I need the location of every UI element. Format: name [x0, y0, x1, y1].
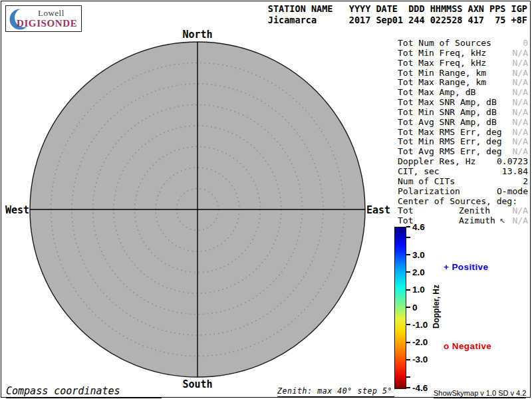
- colorbar-tick: [406, 387, 410, 388]
- colorbar-tick: [406, 359, 410, 360]
- info-value: N/A: [513, 118, 528, 128]
- info-label: Tot: [398, 206, 413, 216]
- info-row: Doppler Res, Hz0.0723: [398, 157, 528, 167]
- colorbar-tick-label: -2.0: [412, 337, 428, 347]
- info-value: N/A: [513, 68, 528, 78]
- info-value: N/A: [513, 137, 528, 147]
- colorbar-tick: [406, 376, 410, 378]
- mouse-cursor-icon: ↖: [499, 217, 505, 225]
- info-value: N/A: [513, 98, 528, 108]
- colorbar-tick-label: 1.0: [412, 285, 425, 295]
- compass-label-west: West: [4, 204, 29, 216]
- colorbar-tick-label: -4.6: [412, 383, 428, 393]
- info-row: Tot Max RMS Err, degN/A: [398, 128, 528, 138]
- info-value: O-mode: [497, 187, 528, 197]
- info-row: Num of CITs2: [398, 177, 528, 187]
- showskymap-window: Lowell DIGISONDE STATION NAME YYYY DATE …: [0, 0, 532, 399]
- compass-label-north: North: [182, 29, 212, 41]
- info-value: 0.0723: [497, 157, 528, 167]
- colorbar-tick-label: 0: [412, 303, 418, 313]
- info-label: Tot Max Freq, kHz: [398, 59, 486, 68]
- info-mid-label: Azimuth↖: [459, 216, 505, 227]
- colorbar-tick: [406, 226, 410, 227]
- colorbar-tick-label: 4.6: [412, 222, 425, 232]
- info-value: N/A: [513, 216, 528, 226]
- footer-zenith-range: Zenith: max 40° step 5°: [277, 386, 394, 397]
- doppler-colorbar: [394, 227, 406, 389]
- info-row: Tot Max Freq, kHzN/A: [398, 59, 528, 68]
- info-label: Doppler Res, Hz: [398, 157, 475, 167]
- negative-legend: o Negative: [444, 341, 491, 351]
- colorbar-tick: [406, 254, 410, 255]
- info-row: TotZenithN/A: [398, 206, 528, 216]
- colorbar-axis-label: Doppler, Hz: [432, 285, 441, 329]
- colorbar-tick: [406, 237, 410, 238]
- info-row: PolarizationO-mode: [398, 187, 528, 197]
- info-value: 0: [523, 39, 528, 49]
- colorbar-tick: [406, 307, 410, 308]
- info-label: Tot Min RMS Err, deg: [398, 137, 502, 147]
- info-value: 2: [523, 177, 528, 187]
- info-value: N/A: [513, 59, 528, 68]
- colorbar-tick-label: -3.0: [412, 354, 428, 364]
- colorbar-tick: [406, 324, 410, 325]
- info-value: N/A: [513, 206, 528, 216]
- info-row: Tot Min RMS Err, degN/A: [398, 137, 528, 147]
- colorbar-tick-label: 2.0: [412, 267, 425, 277]
- info-row: Tot Min Range, kmN/A: [398, 68, 528, 78]
- info-value: N/A: [513, 108, 528, 118]
- info-value: N/A: [513, 88, 528, 98]
- info-label: Polarization: [398, 187, 460, 197]
- info-row: Tot Min SNR Amp, dBN/A: [398, 108, 528, 118]
- info-label: Num of CITs: [398, 177, 455, 187]
- colorbar-tick: [406, 342, 410, 343]
- info-row: Tot Min Freq, kHzN/A: [398, 49, 528, 59]
- colorbar-tick-label: 3.0: [412, 250, 425, 260]
- footer-version: ShowSkymap v 1.0 SD v 4.2: [434, 389, 526, 398]
- footer-coordinate-system: Compass coordinates: [6, 385, 162, 398]
- info-label: Tot Max Amp, dB: [398, 88, 475, 98]
- info-label: Tot Min Range, km: [398, 68, 486, 78]
- info-label: Tot Max SNR Amp, dB: [398, 98, 497, 108]
- info-mid-label: Zenith: [459, 206, 490, 216]
- info-row: Tot Avg RMS Err, degN/A: [398, 147, 528, 157]
- info-row: CIT, sec13.84: [398, 167, 528, 177]
- info-row: Center of Sources, deg:: [398, 197, 528, 207]
- info-value: 13.84: [502, 167, 528, 177]
- info-row: Tot Num of Sources0: [398, 39, 528, 49]
- info-label: Tot Avg RMS Err, deg: [398, 147, 502, 157]
- info-value: N/A: [513, 78, 528, 88]
- info-row: Tot Max Range, kmN/A: [398, 78, 528, 88]
- colorbar-tick: [406, 271, 410, 273]
- info-table: Tot Num of Sources0Tot Min Freq, kHzN/AT…: [398, 39, 528, 226]
- info-row: Tot Max Amp, dBN/A: [398, 88, 528, 98]
- compass-label-east: East: [366, 204, 390, 216]
- info-value: N/A: [513, 128, 528, 138]
- compass-label-south: South: [182, 378, 212, 390]
- info-label: Tot Max RMS Err, deg: [398, 128, 502, 138]
- info-label: Tot Min Freq, kHz: [398, 49, 486, 59]
- positive-legend: + Positive: [444, 262, 488, 272]
- info-value: N/A: [513, 49, 528, 59]
- colorbar-tick: [406, 289, 410, 291]
- info-label: Tot Num of Sources: [398, 39, 491, 49]
- info-row: Tot Avg SNR Amp, dBN/A: [398, 118, 528, 128]
- info-label: Center of Sources, deg:: [398, 197, 517, 207]
- info-value: N/A: [513, 147, 528, 157]
- colorbar-tick-label: -1.0: [412, 320, 428, 330]
- info-label: Tot Max Range, km: [398, 78, 486, 88]
- info-row: Tot Max SNR Amp, dBN/A: [398, 98, 528, 108]
- info-label: Tot Min SNR Amp, dB: [398, 108, 497, 118]
- info-label: Tot Avg SNR Amp, dB: [398, 118, 497, 128]
- info-label: CIT, sec: [398, 167, 440, 177]
- info-label: Tot: [398, 216, 413, 226]
